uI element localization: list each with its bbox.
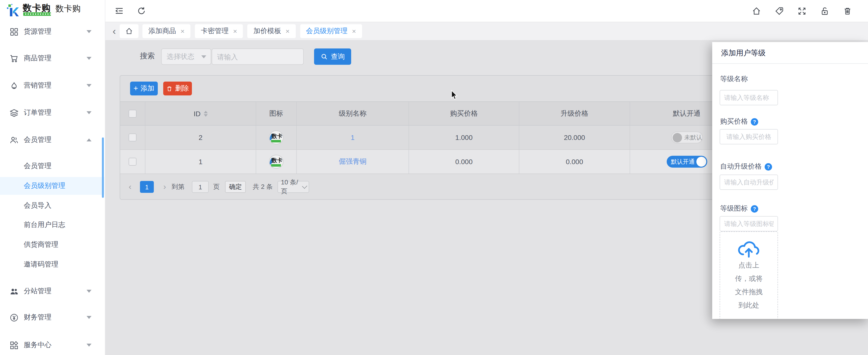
sidebar-item-substation[interactable]: 分站管理 — [0, 281, 104, 301]
sidebar-scrollbar-thumb[interactable] — [102, 137, 104, 198]
trash-button[interactable] — [842, 5, 852, 16]
query-button[interactable]: 查询 — [314, 49, 351, 65]
collapse-menu-button[interactable] — [114, 5, 125, 16]
goto-label: 到第 — [172, 181, 184, 193]
sidebar-item-orders[interactable]: 订单管理 — [0, 103, 104, 123]
level-icon-input-wrap — [720, 216, 778, 231]
cell-upgrade-price: 0.000 — [519, 150, 630, 173]
field-label-buy-price: 购买价格 ? — [720, 117, 758, 126]
sidebar-subitem-invite-code[interactable]: 邀请码管理 — [0, 256, 104, 273]
tab-member-level[interactable]: 会员级别管理 × — [300, 24, 362, 38]
sort-icon[interactable] — [204, 110, 208, 117]
row-checkbox[interactable] — [129, 158, 136, 166]
close-icon[interactable]: × — [181, 28, 184, 35]
page-word: 页 — [213, 181, 220, 193]
chevron-down-icon — [87, 344, 92, 347]
cell-buy-price: 1.000 — [409, 126, 519, 149]
level-name-link[interactable]: 倔强青铜 — [339, 157, 367, 166]
blocks-icon — [10, 341, 18, 349]
tag-button[interactable] — [774, 5, 784, 16]
sidebar-item-finance[interactable]: 财务管理 — [0, 308, 104, 327]
chevron-down-icon — [87, 316, 92, 319]
tab-add-product[interactable]: 添加商品 × — [143, 24, 190, 38]
column-header-id[interactable]: ID — [146, 102, 256, 125]
sidebar-item-label: 商品管理 — [24, 54, 52, 63]
close-icon[interactable]: × — [233, 28, 237, 35]
field-label-level-icon: 等级图标 ? — [720, 204, 758, 213]
fullscreen-button[interactable] — [796, 5, 807, 16]
cell-buy-price: 0.000 — [409, 150, 519, 173]
sidebar-item-supply[interactable]: 货源管理 — [0, 22, 104, 41]
column-header-name: 级别名称 — [297, 102, 409, 125]
page-size-select[interactable]: 10 条/页 — [277, 181, 309, 193]
lock-button[interactable] — [819, 5, 830, 16]
sidebar-item-service[interactable]: 服务中心 — [0, 335, 104, 355]
upload-dropzone[interactable]: 点击上 传，或将 文件拖拽 到此处 — [720, 231, 778, 319]
tab-markup-template[interactable]: 加价模板 × — [248, 24, 296, 38]
help-icon[interactable]: ? — [765, 163, 772, 170]
cell-id: 2 — [146, 126, 256, 149]
trash-icon — [166, 85, 173, 92]
close-icon[interactable]: × — [286, 28, 289, 35]
upload-text-line: 点击上 — [720, 259, 777, 272]
status-select[interactable]: 选择状态 — [161, 49, 211, 65]
level-table-panel: + 添加 删除 ID 图标 级别名称 购买价格 升级价格 默认开通 2 — [120, 75, 744, 200]
level-badge-icon: 数卡 — [269, 155, 283, 169]
add-button[interactable]: + 添加 — [130, 82, 158, 95]
buy-price-input[interactable] — [720, 130, 777, 144]
refresh-button[interactable] — [136, 5, 147, 16]
auto-upgrade-price-input[interactable] — [720, 175, 777, 189]
plus-icon: + — [133, 85, 138, 93]
row-checkbox[interactable] — [129, 133, 136, 141]
sidebar-item-goods[interactable]: 商品管理 — [0, 49, 104, 68]
select-all-checkbox[interactable] — [129, 109, 136, 118]
next-page-button[interactable]: › — [160, 181, 169, 193]
level-icon-input[interactable] — [720, 217, 777, 231]
users-icon — [10, 136, 18, 144]
topbar — [105, 0, 868, 22]
chevron-down-icon — [87, 111, 92, 114]
default-open-toggle[interactable]: 未默认 — [671, 131, 703, 143]
page-number-button[interactable]: 1 — [140, 181, 154, 193]
home-icon — [125, 27, 133, 35]
tab-home-button[interactable] — [120, 24, 138, 38]
sidebar-item-members[interactable]: 会员管理 — [0, 130, 104, 150]
close-icon[interactable]: × — [352, 28, 356, 35]
sidebar-item-label: 财务管理 — [24, 313, 52, 322]
divider — [712, 63, 868, 64]
sidebar-item-marketing[interactable]: 营销管理 — [0, 76, 104, 95]
sidebar-subitem-supplier[interactable]: 供货商管理 — [0, 236, 104, 254]
sidebar-subitem-member-manage[interactable]: 会员管理 — [0, 157, 104, 175]
home-button[interactable] — [751, 5, 762, 16]
goto-page-input[interactable]: 1 — [192, 181, 209, 193]
grid-icon — [10, 27, 18, 36]
search-input[interactable] — [212, 49, 303, 64]
add-level-drawer: 添加用户等级 等级名称 购买价格 ? 自动升级价格 ? 等级图标 ? — [712, 42, 868, 319]
level-name-link[interactable]: 1 — [351, 133, 354, 141]
upload-text-line: 文件拖拽 — [720, 285, 777, 299]
goto-confirm-button[interactable]: 确定 — [225, 181, 246, 193]
sidebar-subitem-user-log[interactable]: 前台用户日志 — [0, 216, 104, 234]
chevron-down-icon — [87, 84, 92, 87]
site-name: 数卡购 — [55, 3, 81, 14]
help-icon[interactable]: ? — [751, 118, 758, 125]
chevron-down-icon — [87, 30, 92, 33]
tabs-back-button[interactable]: ‹ — [109, 24, 120, 38]
table-header: ID 图标 级别名称 购买价格 升级价格 默认开通 — [120, 101, 743, 126]
default-open-toggle[interactable]: 默认开通 — [666, 156, 707, 168]
tab-card-manage[interactable]: 卡密管理 × — [195, 24, 243, 38]
fullscreen-icon — [797, 6, 806, 15]
home-icon — [751, 6, 761, 15]
app-root: 数卡购 数卡购 货源管理 商品管理 — [0, 0, 868, 355]
upload-text-line: 到此处 — [720, 299, 777, 312]
cell-upgrade-price: 20.000 — [519, 126, 630, 149]
sidebar-subitem-member-import[interactable]: 会员导入 — [0, 197, 104, 215]
delete-button[interactable]: 删除 — [163, 82, 192, 95]
search-input-wrap — [212, 49, 304, 65]
level-name-input[interactable] — [720, 91, 777, 105]
help-icon[interactable]: ? — [751, 205, 758, 212]
column-header-icon: 图标 — [256, 102, 297, 125]
sidebar-subitem-member-level[interactable]: 会员级别管理 — [0, 177, 104, 195]
brand-header: 数卡购 数卡购 — [0, 0, 105, 22]
prev-page-button[interactable]: ‹ — [125, 181, 135, 193]
